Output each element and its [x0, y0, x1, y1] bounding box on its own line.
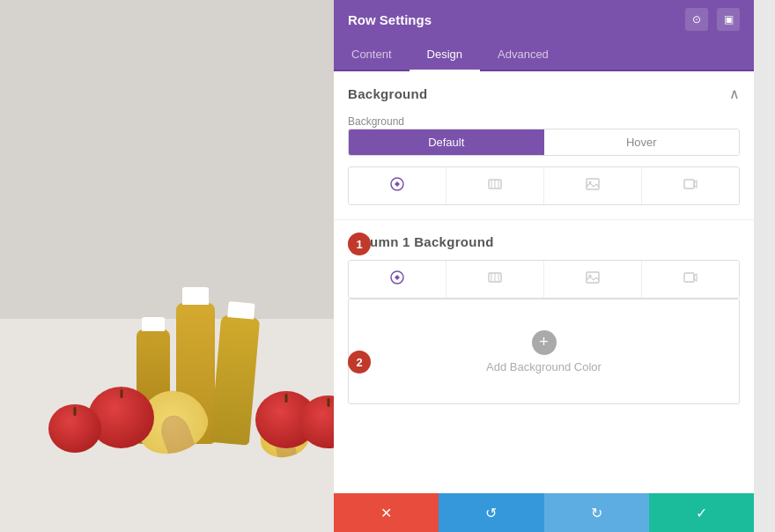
svg-rect-15 [684, 273, 694, 282]
redo-button[interactable]: ↻ [544, 493, 649, 532]
panel-header-icons: ⊙ ▣ [685, 8, 740, 31]
col-tab-gradient[interactable] [447, 261, 544, 298]
background-section: Background ∧ 1 Background Default Hover … [334, 71, 754, 205]
layout-icon[interactable]: ▣ [717, 8, 740, 31]
col-section-header: Column 1 Background [348, 234, 740, 249]
badge-2: 2 [348, 351, 371, 373]
col-tab-color[interactable] [349, 261, 447, 298]
panel-body: Background ∧ 1 Background Default Hover … [334, 71, 754, 493]
badge-1: 1 [348, 233, 371, 255]
tab-advanced[interactable]: Advanced [480, 39, 566, 70]
panel-header: Row Settings ⊙ ▣ [334, 0, 754, 39]
svg-rect-13 [587, 272, 599, 283]
section-divider [334, 219, 754, 220]
svg-rect-7 [684, 180, 694, 188]
panel-title: Row Settings [348, 12, 432, 27]
background-sub-label: Background [348, 115, 404, 128]
cancel-button[interactable]: ✕ [334, 493, 439, 532]
default-hover-toggle: Default Hover [348, 129, 740, 156]
bg-tab-color[interactable] [349, 167, 447, 204]
bg-tab-video[interactable] [642, 167, 739, 204]
save-button[interactable]: ✓ [649, 493, 754, 532]
section-header: Background ∧ [348, 85, 740, 102]
column-background-section: Column 1 Background [334, 234, 754, 418]
reset-button[interactable]: ↺ [439, 493, 543, 532]
svg-rect-5 [587, 179, 599, 189]
background-sub-wrapper: 1 Background Default Hover [348, 113, 740, 156]
collapse-button[interactable]: ∧ [729, 85, 740, 102]
bg-tab-gradient[interactable] [447, 167, 544, 204]
tab-bar: Content Design Advanced [334, 39, 754, 71]
row-settings-panel: Row Settings ⊙ ▣ Content Design Advanced… [334, 0, 754, 532]
add-background-color-area[interactable]: + Add Background Color [348, 299, 740, 404]
bg-tab-image[interactable] [544, 167, 642, 204]
tab-content[interactable]: Content [334, 39, 410, 70]
default-toggle-btn[interactable]: Default [349, 129, 544, 155]
add-bg-plus-icon: + [532, 330, 557, 355]
photo-area [0, 0, 334, 532]
action-bar: ✕ ↺ ↻ ✓ [334, 493, 754, 532]
column-icon-tabs [348, 260, 740, 299]
view-toggle-icon[interactable]: ⊙ [685, 8, 708, 31]
col-tab-video[interactable] [642, 261, 739, 298]
col-tab-image[interactable] [544, 261, 642, 298]
icon-tabs-wrapper: 2 [348, 166, 740, 205]
add-bg-label: Add Background Color [486, 360, 602, 373]
section-title: Background [348, 86, 428, 101]
tab-design[interactable]: Design [410, 39, 480, 71]
background-icon-tabs [348, 166, 740, 205]
hover-toggle-btn[interactable]: Hover [544, 129, 740, 155]
